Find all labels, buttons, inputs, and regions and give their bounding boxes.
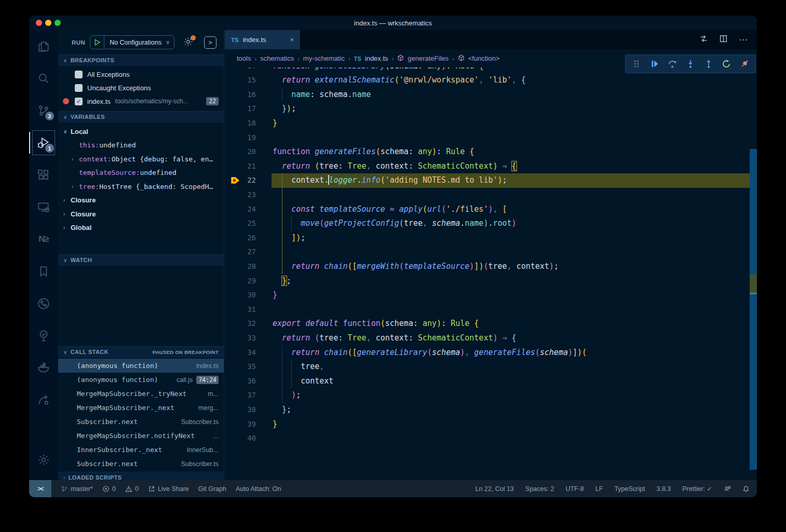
line-number[interactable]: 21 (225, 159, 256, 174)
breadcrumb-item[interactable]: generateFiles (408, 54, 449, 62)
variable-row[interactable]: ›context: Object {debug: false, en… (58, 152, 224, 166)
current-breakpoint-arrow-icon[interactable] (231, 176, 240, 186)
line-number[interactable]: 23 (225, 188, 256, 202)
call-stack-frame[interactable]: (anonymous function)index.ts (58, 359, 224, 373)
line-number[interactable]: 17 (225, 102, 256, 116)
breakpoint-row[interactable]: Uncaught Exceptions (58, 81, 224, 94)
breakpoint-checkbox[interactable]: ✓ (75, 98, 83, 105)
status-bell-icon[interactable] (742, 485, 750, 493)
open-changes-icon[interactable] (699, 34, 708, 45)
watch-header[interactable]: ∨ WATCH (58, 254, 224, 266)
line-number[interactable]: 15 (225, 73, 256, 88)
code-area[interactable]: 14function generateLibrary(schema: any):… (225, 49, 757, 480)
breadcrumb-item[interactable]: schematics (260, 54, 294, 62)
breadcrumb-item[interactable]: tools (237, 54, 251, 62)
line-number[interactable]: 24 (225, 202, 256, 217)
call-stack-frame[interactable]: MergeMapSubscriber._nextmerg... (58, 401, 224, 415)
line-number[interactable]: 39 (225, 417, 256, 432)
activity-settings[interactable] (29, 444, 58, 476)
status-0[interactable]: 0 (125, 485, 139, 493)
twistie-icon[interactable]: ∨ (63, 129, 71, 134)
line-number[interactable]: 30 (225, 288, 256, 303)
line-number[interactable]: 18 (225, 116, 256, 131)
close-tab-icon[interactable]: × (290, 36, 294, 44)
status-spaces-2[interactable]: Spaces: 2 (525, 485, 554, 493)
call-stack-frame[interactable]: Subscriber.nextSubscriber.ts (58, 415, 224, 429)
activity-run-debug[interactable]: 1 (29, 127, 58, 159)
activity-source-control[interactable]: 3 (29, 94, 58, 127)
variable-row[interactable]: ›Closure (58, 207, 224, 221)
activity-git-graph[interactable] (29, 288, 58, 320)
tab-index-ts[interactable]: TS index.ts × (225, 30, 300, 49)
line-number[interactable]: 31 (225, 303, 256, 317)
breadcrumb-item[interactable]: index.ts (365, 54, 388, 62)
line-number[interactable]: 22 (225, 173, 256, 188)
activity-docker[interactable] (29, 352, 58, 384)
close-window-button[interactable] (36, 20, 42, 26)
breadcrumb-item[interactable]: <function> (468, 54, 500, 62)
line-number[interactable]: 26 (225, 231, 256, 245)
status-auto-attach-on[interactable]: Auto Attach: On (236, 485, 281, 493)
line-number[interactable]: 38 (225, 403, 256, 417)
breakpoint-row[interactable]: ✓index.tstools/schematics/my-sch...22 (58, 94, 224, 108)
configure-gear-button[interactable] (183, 36, 194, 49)
call-stack-frame[interactable]: MergeMapSubscriber._tryNextm... (58, 387, 224, 401)
line-number[interactable]: 36 (225, 374, 256, 389)
line-number[interactable]: 34 (225, 346, 256, 360)
activity-bookmarks[interactable] (29, 255, 58, 288)
line-number[interactable]: 16 (225, 88, 256, 102)
line-number[interactable]: 20 (225, 145, 256, 159)
twistie-icon[interactable]: › (72, 184, 79, 189)
line-number[interactable]: 27 (225, 245, 256, 260)
status-lf[interactable]: LF (595, 485, 603, 493)
call-stack-frame[interactable]: (anonymous function)call.js74:24 (58, 373, 224, 387)
variable-row[interactable]: ∨Local (58, 125, 224, 139)
activity-search[interactable] (29, 62, 58, 94)
debug-console-button[interactable]: > (204, 36, 216, 49)
restart-button[interactable] (720, 57, 733, 71)
status-feedback-icon[interactable] (724, 485, 731, 493)
breakpoint-checkbox[interactable] (75, 84, 83, 92)
editor-content[interactable]: tools›schematics›my-schematic›TSindex.ts… (225, 49, 757, 480)
split-editor-icon[interactable] (719, 34, 728, 45)
more-actions-icon[interactable]: ⋯ (739, 34, 748, 45)
variable-row[interactable]: ›Global (58, 221, 224, 235)
status-live-share[interactable]: Live Share (148, 485, 189, 493)
line-number[interactable]: 35 (225, 360, 256, 374)
status-ln-22-col-13[interactable]: Ln 22, Col 13 (475, 485, 513, 493)
status-typescript[interactable]: TypeScript (614, 485, 645, 493)
status-prettier-[interactable]: Prettier: ✓ (682, 485, 712, 493)
twistie-icon[interactable]: › (63, 211, 71, 217)
variable-row[interactable]: this: undefined (58, 139, 224, 153)
step-out-button[interactable] (702, 57, 715, 71)
launch-config-dropdown[interactable]: No Configurations ∨ (90, 35, 174, 49)
twistie-icon[interactable]: › (63, 225, 71, 230)
editor-scrollbar[interactable] (750, 49, 757, 480)
continue-button[interactable] (648, 57, 661, 71)
start-debug-button[interactable] (90, 36, 104, 49)
status-master-[interactable]: master* (61, 485, 93, 493)
step-over-button[interactable] (666, 57, 679, 71)
status-0[interactable]: 0 (102, 485, 116, 493)
call-stack-frame[interactable]: Subscriber.nextSubscriber.ts (58, 457, 224, 471)
activity-remote-explorer[interactable] (29, 191, 58, 223)
breakpoints-header[interactable]: ∨ BREAKPOINTS (58, 54, 224, 66)
step-into-button[interactable] (684, 57, 697, 71)
breakpoint-row[interactable]: All Exceptions (58, 67, 224, 81)
twistie-icon[interactable]: › (63, 197, 71, 203)
call-stack-header[interactable]: ∨ CALL STACK PAUSED ON BREAKPOINT (58, 346, 224, 358)
remote-indicator[interactable]: >< (29, 480, 51, 497)
line-number[interactable]: 37 (225, 388, 256, 403)
variable-row[interactable]: templateSource: undefined (58, 166, 224, 180)
line-number[interactable]: 25 (225, 216, 256, 231)
scrollbar-slider[interactable] (750, 149, 757, 470)
disconnect-button[interactable] (738, 57, 751, 71)
zoom-window-button[interactable] (55, 20, 61, 26)
line-number[interactable]: 32 (225, 317, 256, 331)
variable-row[interactable]: ›tree: HostTree {_backend: ScopedH… (58, 180, 224, 194)
line-number[interactable]: 19 (225, 131, 256, 145)
variable-row[interactable]: ›Closure (58, 194, 224, 208)
breakpoint-checkbox[interactable] (75, 71, 83, 78)
activity-share[interactable] (29, 384, 58, 416)
twistie-icon[interactable]: › (72, 156, 79, 162)
